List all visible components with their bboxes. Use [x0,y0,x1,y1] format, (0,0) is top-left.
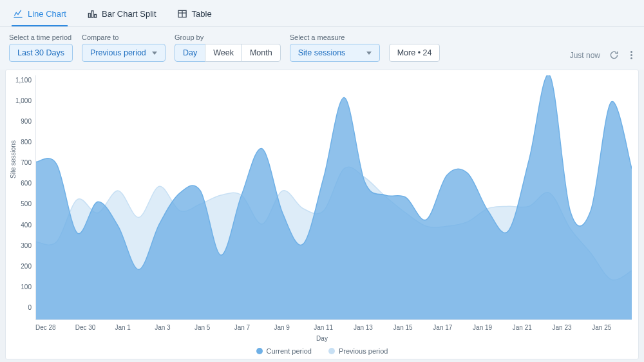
tab-bar-chart[interactable]: Bar Chart Split [86,6,158,26]
x-tick: Jan 3 [155,324,194,331]
y-axis: 1,1001,0009008007006005004003002001000 [12,75,35,320]
y-tick: 500 [21,200,32,207]
x-tick: Jan 9 [274,324,314,331]
y-tick: 400 [21,222,32,229]
x-tick: Jan 21 [513,324,553,331]
x-tick: Jan 1 [115,324,155,331]
group-week-button[interactable]: Week [205,44,242,62]
area-current [36,75,632,319]
controls-bar: Select a time period Last 30 Days Compar… [0,27,644,70]
group-month-button[interactable]: Month [242,44,281,62]
compare-dropdown[interactable]: Previous period [82,44,166,62]
x-tick: Jan 25 [592,324,632,331]
svg-rect-2 [95,14,97,17]
x-axis: Dec 28Dec 30Jan 1Jan 3Jan 5Jan 7Jan 9Jan… [35,320,632,331]
chevron-down-icon [366,52,372,55]
x-tick: Jan 15 [393,324,433,331]
x-tick: Jan 13 [354,324,393,331]
y-tick: 200 [21,263,32,270]
y-tick: 1,000 [15,97,32,104]
group-by-label: Group by [175,33,281,41]
y-tick: 100 [21,283,32,291]
tab-table[interactable]: Table [176,6,213,26]
x-tick: Jan 17 [433,324,473,331]
x-tick: Jan 23 [553,324,592,331]
line-chart-icon [13,9,23,19]
plot-area [35,75,632,320]
refresh-icon[interactable] [609,50,619,60]
y-tick: 1,100 [15,77,32,84]
view-tabs: Line Chart Bar Chart Split Table [0,0,644,27]
time-period-button[interactable]: Last 30 Days [9,44,73,62]
more-menu-icon[interactable] [628,48,635,62]
svg-rect-1 [91,11,93,17]
y-tick: 0 [28,304,32,311]
y-tick: 700 [21,159,32,166]
group-by-segment: Day Week Month [175,44,281,62]
x-tick: Jan 5 [194,324,234,331]
x-axis-label: Day [12,335,632,342]
time-period-label: Select a time period [9,33,73,41]
measure-dropdown[interactable]: Site sessions [290,44,380,62]
group-day-button[interactable]: Day [175,44,205,62]
x-tick: Dec 30 [75,324,115,331]
bar-chart-icon [87,9,97,19]
compare-label: Compare to [82,33,166,41]
x-tick: Jan 7 [234,324,274,331]
tab-label: Bar Chart Split [102,9,156,19]
x-tick: Jan 11 [314,324,354,331]
tab-label: Line Chart [28,9,66,19]
chevron-down-icon [152,52,157,55]
y-axis-label: Site sessions [10,140,17,178]
y-tick: 800 [21,138,32,146]
more-measures-button[interactable]: More • 24 [389,44,440,62]
legend-current: Current period [256,347,312,355]
tab-label: Table [192,9,212,19]
chart-card: Site sessions 1,1001,0009008007006005004… [5,70,639,359]
y-tick: 300 [21,242,32,249]
x-tick: Dec 28 [35,324,75,331]
table-icon [177,9,187,19]
y-tick: 900 [21,118,32,125]
x-tick: Jan 19 [473,324,513,331]
svg-rect-0 [88,14,90,18]
measure-label: Select a measure [290,33,380,41]
y-tick: 600 [21,180,32,187]
tab-line-chart[interactable]: Line Chart [12,6,68,26]
legend-previous: Previous period [328,347,388,355]
updated-label: Just now [570,51,600,60]
legend: Current period Previous period [12,347,632,355]
